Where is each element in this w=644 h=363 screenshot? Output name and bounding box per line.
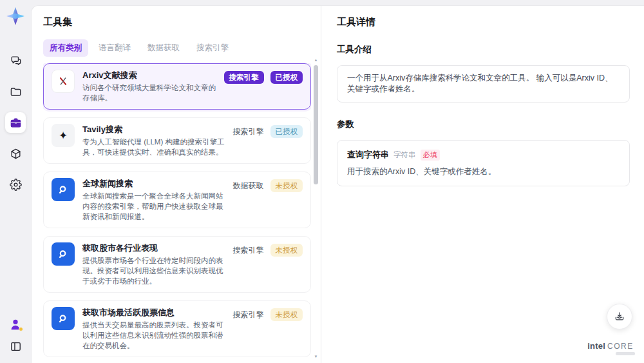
scrollbar-thumb[interactable] [314, 65, 318, 184]
param-required-badge: 必填 [421, 150, 440, 161]
list-scrollbar[interactable]: ▲ ▼ [313, 57, 319, 359]
blue-tool-icon [52, 178, 75, 201]
tabs: 所有类别语言翻译数据获取搜索引擎 [43, 39, 321, 57]
detail-title: 工具详情 [337, 16, 630, 28]
left-rail [0, 0, 31, 363]
main-panel: 工具集 所有类别语言翻译数据获取搜索引擎 Arxiv文献搜索 访问各个研究领域大… [31, 5, 644, 363]
tab-2[interactable]: 语言翻译 [92, 39, 137, 57]
toolbox-icon[interactable] [5, 112, 26, 133]
user-avatar-icon[interactable] [8, 317, 23, 331]
param-description: 用于搜索的Arxiv ID、关键字或作者姓名。 [347, 166, 620, 177]
tool-card[interactable]: 全球新闻搜索 全球新闻搜索是一个聚合全球各大新闻网站内容的搜索引擎，帮助用户快速… [43, 172, 311, 228]
tool-category-badge: 数据获取 [233, 181, 264, 191]
tool-name: 获取股市各行业表现 [82, 242, 225, 254]
collapse-sidebar-icon[interactable] [10, 340, 22, 355]
tool-description: 提供当天交易量最高的股票列表。投资者可以利用这些信息来识别流动性强的股票和潜在的… [82, 320, 225, 351]
tool-name: 获取市场最活跃股票信息 [82, 307, 225, 319]
param-type: 字符串 [393, 150, 416, 160]
param-head: 查询字符串 字符串 必填 [347, 149, 620, 161]
blue-tool-icon [52, 307, 75, 330]
tool-description: 提供股票市场各个行业在特定时间段内的表现。投资者可以利用这些信息来识别表现优于或… [82, 255, 225, 286]
tab-3[interactable]: 数据获取 [141, 39, 186, 57]
tool-description: 访问各个研究领域大量科学论文和文章的存储库。 [82, 83, 216, 103]
tool-card[interactable]: 获取市场最活跃股票信息 提供当天交易量最高的股票列表。投资者可以利用这些信息来识… [43, 300, 311, 357]
tool-card[interactable]: Arxiv文献搜索 访问各个研究领域大量科学论文和文章的存储库。 搜索引擎 已授… [43, 63, 311, 110]
tool-name: 全球新闻搜索 [82, 178, 225, 190]
chat-icon[interactable] [5, 50, 26, 71]
tool-category-badge: 搜索引擎 [233, 126, 264, 137]
intro-box: 一个用于从Arxiv存储库搜索科学论文和文章的工具。 输入可以是Arxiv ID… [337, 65, 630, 103]
cube-icon[interactable] [5, 143, 26, 164]
tool-status-badge: 已授权 [270, 125, 303, 138]
settings-gear-icon[interactable] [5, 174, 26, 195]
params-heading: 参数 [337, 119, 630, 130]
param-name: 查询字符串 [347, 149, 389, 161]
page-title: 工具集 [43, 16, 321, 28]
scroll-up-icon[interactable]: ▲ [314, 57, 318, 63]
avatar-status-dot [19, 327, 23, 331]
app-logo-icon [6, 6, 25, 26]
param-box: 查询字符串 字符串 必填 用于搜索的Arxiv ID、关键字或作者姓名。 [337, 140, 630, 186]
download-icon [614, 311, 625, 322]
detail-section: 工具详情 工具介绍 一个用于从Arxiv存储库搜索科学论文和文章的工具。 输入可… [321, 6, 644, 363]
tool-status-badge: 已授权 [270, 71, 303, 84]
intro-heading: 工具介绍 [337, 44, 630, 55]
tool-category-badge: 搜索引擎 [233, 245, 264, 256]
intel-core-sub-badge [616, 352, 635, 355]
download-button[interactable] [607, 304, 632, 329]
intel-core-logo: intelCORE [586, 341, 635, 355]
tool-name: Tavily搜索 [82, 124, 225, 135]
rail-nav [5, 50, 26, 195]
arxiv-tool-icon [52, 70, 75, 93]
tool-category-badge: 搜索引擎 [224, 71, 264, 84]
tool-description: 专为人工智能代理 (LLM) 构建的搜索引擎工具，可快速提供实时、准确和真实的结… [82, 137, 225, 157]
app-root: 工具集 所有类别语言翻译数据获取搜索引擎 Arxiv文献搜索 访问各个研究领域大… [0, 0, 644, 363]
tab-4[interactable]: 搜索引擎 [190, 39, 235, 57]
tool-card[interactable]: 获取股市各行业表现 提供股票市场各个行业在特定时间段内的表现。投资者可以利用这些… [43, 236, 311, 293]
tool-status-badge: 未授权 [270, 244, 303, 257]
folder-icon[interactable] [5, 81, 26, 102]
tool-card[interactable]: ✦ Tavily搜索 专为人工智能代理 (LLM) 构建的搜索引擎工具，可快速提… [43, 117, 311, 164]
rail-bottom [8, 317, 23, 355]
tool-description: 全球新闻搜索是一个聚合全球各大新闻网站内容的搜索引擎，帮助用户快速获取全球最新资… [82, 191, 225, 222]
star-tool-icon: ✦ [52, 124, 75, 147]
tool-list: Arxiv文献搜索 访问各个研究领域大量科学论文和文章的存储库。 搜索引擎 已授… [43, 63, 311, 363]
tool-status-badge: 未授权 [270, 308, 303, 321]
tool-status-badge: 未授权 [270, 179, 303, 192]
blue-tool-icon [52, 242, 75, 266]
tool-category-badge: 搜索引擎 [233, 309, 264, 320]
tab-1[interactable]: 所有类别 [43, 39, 88, 57]
tool-name: Arxiv文献搜索 [82, 70, 216, 81]
scroll-down-icon[interactable]: ▼ [314, 354, 318, 359]
tools-section: 工具集 所有类别语言翻译数据获取搜索引擎 Arxiv文献搜索 访问各个研究领域大… [32, 6, 321, 363]
